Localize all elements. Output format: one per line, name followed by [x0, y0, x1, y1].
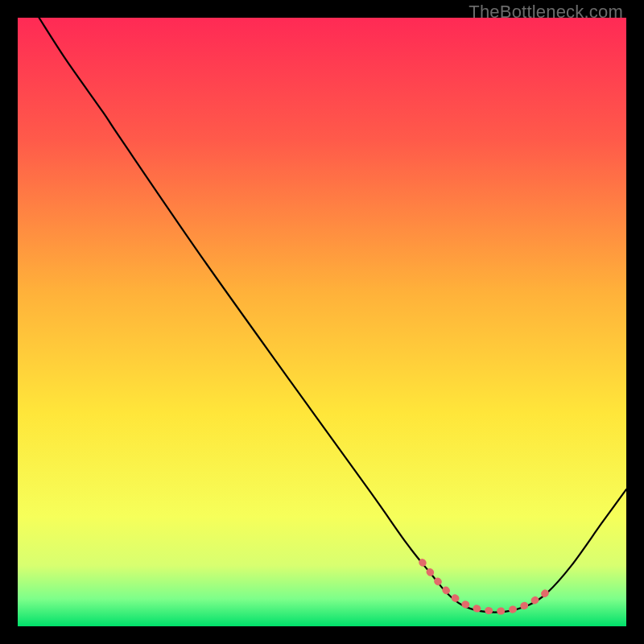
- gradient-background: [18, 18, 626, 626]
- bottleneck-chart: [18, 18, 626, 626]
- chart-frame: [18, 18, 626, 626]
- watermark-text: TheBottleneck.com: [469, 2, 623, 23]
